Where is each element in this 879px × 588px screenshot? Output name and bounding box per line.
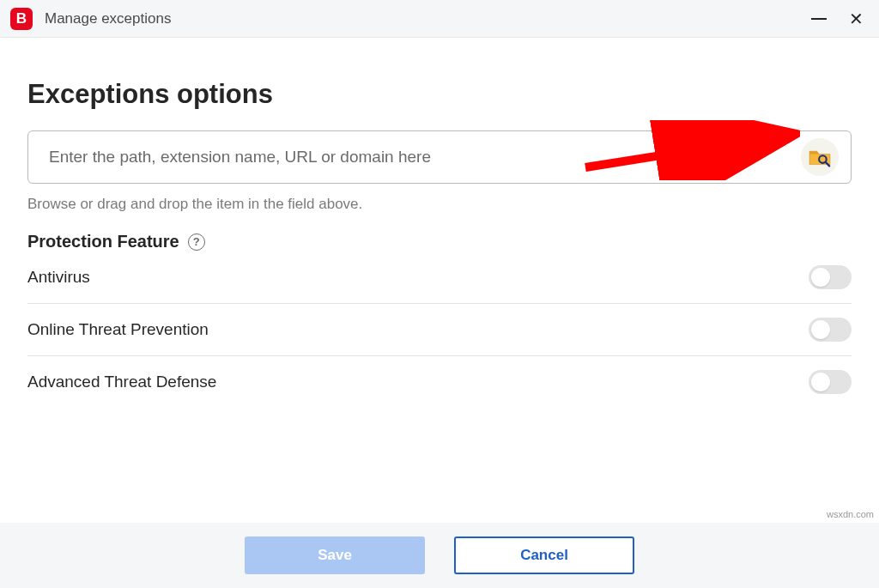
feature-label: Advanced Threat Defense — [27, 373, 216, 391]
feature-label: Antivirus — [27, 268, 90, 287]
feature-row-online-threat-prevention: Online Threat Prevention — [27, 304, 852, 356]
folder-search-icon — [808, 147, 832, 167]
path-input-row — [27, 130, 852, 184]
feature-row-antivirus: Antivirus — [27, 252, 852, 304]
window-title: Manage exceptions — [45, 10, 811, 27]
close-icon[interactable]: ✕ — [849, 10, 864, 27]
protection-feature-heading: Protection Feature ? — [27, 232, 852, 252]
attribution-text: wsxdn.com — [827, 509, 874, 519]
feature-label: Online Threat Prevention — [27, 320, 209, 339]
browse-button[interactable] — [801, 138, 839, 176]
toggle-online-threat-prevention[interactable] — [809, 318, 852, 342]
content-area: Exceptions options Browse or drag and dr… — [0, 38, 879, 408]
save-button[interactable]: Save — [245, 536, 425, 574]
help-icon[interactable]: ? — [188, 233, 205, 251]
hint-text: Browse or drag and drop the item in the … — [27, 196, 852, 213]
protection-feature-label: Protection Feature — [27, 232, 179, 252]
minimize-icon[interactable] — [811, 18, 827, 20]
window-controls: ✕ — [811, 10, 869, 27]
toggle-advanced-threat-defense[interactable] — [809, 370, 852, 394]
cancel-button[interactable]: Cancel — [454, 536, 634, 574]
path-input[interactable] — [49, 148, 792, 167]
toggle-antivirus[interactable] — [809, 265, 852, 289]
page-title: Exceptions options — [27, 79, 852, 110]
titlebar: B Manage exceptions ✕ — [0, 0, 879, 38]
app-logo: B — [10, 8, 33, 30]
feature-row-advanced-threat-defense: Advanced Threat Defense — [27, 356, 852, 408]
footer-bar: Save Cancel — [0, 523, 879, 588]
